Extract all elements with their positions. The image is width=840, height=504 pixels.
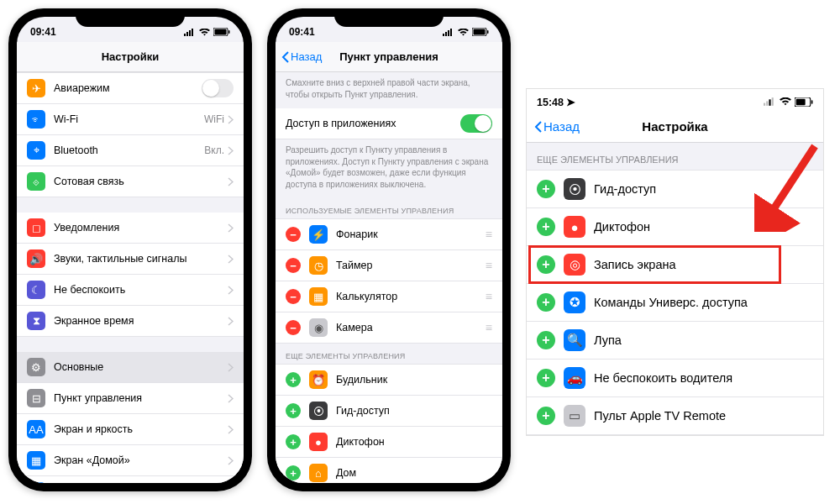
control-item-flash[interactable]: −⚡Фонарик≡ <box>276 218 502 250</box>
section-used-label: ИСПОЛЬЗУЕМЫЕ ЭЛЕМЕНТЫ УПРАВЛЕНИЯ <box>276 198 502 218</box>
svg-rect-5 <box>215 29 227 35</box>
add-button[interactable]: + <box>537 369 555 387</box>
signal-icon <box>443 29 454 36</box>
guide-icon: ⦿ <box>564 178 585 200</box>
settings-cell-airplane[interactable]: ✈Авиарежим <box>17 72 244 104</box>
settings-cell-notif[interactable]: ◻Уведомления <box>17 213 244 244</box>
guide-icon: ⦿ <box>309 402 328 420</box>
settings-cell-access[interactable]: ⍾Универсальный доступ <box>17 476 244 483</box>
add-button[interactable]: + <box>537 293 555 312</box>
add-button[interactable]: + <box>537 180 555 198</box>
control-item-calc[interactable]: −▦Калькулятор≡ <box>276 281 502 312</box>
wifi-icon <box>199 29 210 36</box>
control-item-car[interactable]: +🚗Не беспокоить водителя <box>527 360 823 397</box>
control-item-house[interactable]: +⌂Дом <box>276 458 502 483</box>
control-item-alarm[interactable]: +⏰Будильник <box>276 364 502 396</box>
add-button[interactable]: + <box>286 434 301 449</box>
display-icon: AA <box>27 420 45 438</box>
add-button[interactable]: + <box>537 407 555 425</box>
control-item-mag[interactable]: +🔍Лупа <box>527 322 823 360</box>
svg-rect-17 <box>772 97 774 106</box>
add-button[interactable]: + <box>537 255 555 274</box>
cell-label: Гид-доступ <box>336 405 492 417</box>
control-item-timer[interactable]: −◷Таймер≡ <box>276 250 502 281</box>
svg-rect-19 <box>796 98 806 105</box>
svg-rect-16 <box>769 99 770 106</box>
cell-label: Камера <box>336 322 486 333</box>
control-item-guide[interactable]: +⦿Гид-доступ <box>276 396 502 427</box>
drag-handle-icon[interactable]: ≡ <box>486 259 492 272</box>
mic-icon: ● <box>564 216 585 238</box>
control-item-mic[interactable]: +●Диктофон <box>527 208 823 246</box>
remove-button[interactable]: − <box>286 258 301 273</box>
cell-label: Основные <box>54 361 228 373</box>
chevron-right-icon <box>228 394 234 403</box>
battery-icon <box>472 28 489 36</box>
back-button[interactable]: Назад <box>533 119 580 134</box>
settings-cell-home[interactable]: ▦Экран «Домой» <box>17 445 244 476</box>
access-icon: ⍾ <box>27 482 45 483</box>
control-item-guide[interactable]: +⦿Гид-доступ <box>527 171 823 208</box>
timer-icon: ◷ <box>309 256 328 275</box>
settings-cell-cell[interactable]: ⟐Сотовая связь <box>17 166 244 197</box>
settings-cell-dnd[interactable]: ☾Не беспокоить <box>17 275 244 306</box>
page-title: Настройки <box>102 50 160 63</box>
settings-cell-display[interactable]: AAЭкран и яркость <box>17 414 244 445</box>
chevron-right-icon <box>228 177 234 186</box>
cell-label: Доступ в приложениях <box>286 118 460 129</box>
add-button[interactable]: + <box>286 403 301 418</box>
cell-label: Пульт Apple TV Remote <box>594 409 813 423</box>
drag-handle-icon[interactable]: ≡ <box>486 321 492 334</box>
cell-value: Вкл. <box>204 144 224 156</box>
camera-icon: ◉ <box>309 318 328 337</box>
cell-label: Сотовая связь <box>54 176 228 187</box>
wifi-icon <box>780 97 791 106</box>
remove-button[interactable]: − <box>286 320 301 335</box>
svg-rect-12 <box>474 29 486 35</box>
sound-icon: 🔊 <box>27 249 45 268</box>
cell-label: Фонарик <box>336 228 486 240</box>
navbar: Назад Настройка <box>527 111 823 143</box>
control-item-record[interactable]: +◎Запись экрана <box>527 246 823 284</box>
back-button[interactable]: Назад <box>281 50 322 63</box>
cell-label: Диктофон <box>336 436 492 448</box>
settings-cell-control[interactable]: ⊟Пункт управления <box>17 383 244 414</box>
hint-text: Разрешить доступ к Пункту управления в п… <box>276 139 502 198</box>
chevron-right-icon <box>228 425 234 434</box>
svg-rect-20 <box>811 100 813 103</box>
access-toggle[interactable] <box>460 114 492 133</box>
control-item-access2[interactable]: +✪Команды Универс. доступа <box>527 284 823 322</box>
cell-label: Будильник <box>336 374 492 386</box>
cell-label: Запись экрана <box>594 258 813 271</box>
add-button[interactable]: + <box>537 218 555 236</box>
settings-cell-sound[interactable]: 🔊Звуки, тактильные сигналы <box>17 244 244 275</box>
remove-button[interactable]: − <box>286 289 301 304</box>
remove-button[interactable]: − <box>286 227 301 242</box>
cell-label: Не беспокоить водителя <box>594 371 813 385</box>
toggle[interactable] <box>202 79 234 97</box>
add-button[interactable]: + <box>286 465 301 480</box>
drag-handle-icon[interactable]: ≡ <box>486 290 492 303</box>
control-item-mic[interactable]: +●Диктофон <box>276 427 502 458</box>
control-item-camera[interactable]: −◉Камера≡ <box>276 312 502 344</box>
alarm-icon: ⏰ <box>309 370 328 389</box>
wifi-icon <box>458 29 469 36</box>
svg-rect-3 <box>192 29 193 36</box>
page-title: Пункт управления <box>339 50 438 63</box>
add-button[interactable]: + <box>286 372 301 387</box>
svg-rect-15 <box>766 101 768 105</box>
settings-cell-wifi[interactable]: ᯤWi-FiWiFi <box>17 104 244 135</box>
mag-icon: 🔍 <box>564 329 585 351</box>
airplane-icon: ✈ <box>27 79 45 97</box>
control-item-remote[interactable]: +▭Пульт Apple TV Remote <box>527 397 823 435</box>
drag-handle-icon[interactable]: ≡ <box>486 228 492 241</box>
cell-label: Гид-доступ <box>594 182 813 196</box>
settings-cell-bt[interactable]: ⌖BluetoothВкл. <box>17 135 244 166</box>
svg-rect-0 <box>184 34 186 36</box>
cell-value: WiFi <box>204 113 224 125</box>
access-in-apps-cell[interactable]: Доступ в приложениях <box>276 108 502 139</box>
settings-cell-general[interactable]: ⚙Основные <box>17 352 244 383</box>
chevron-right-icon <box>228 317 234 326</box>
settings-cell-screentime[interactable]: ⧗Экранное время <box>17 306 244 337</box>
add-button[interactable]: + <box>537 331 555 349</box>
